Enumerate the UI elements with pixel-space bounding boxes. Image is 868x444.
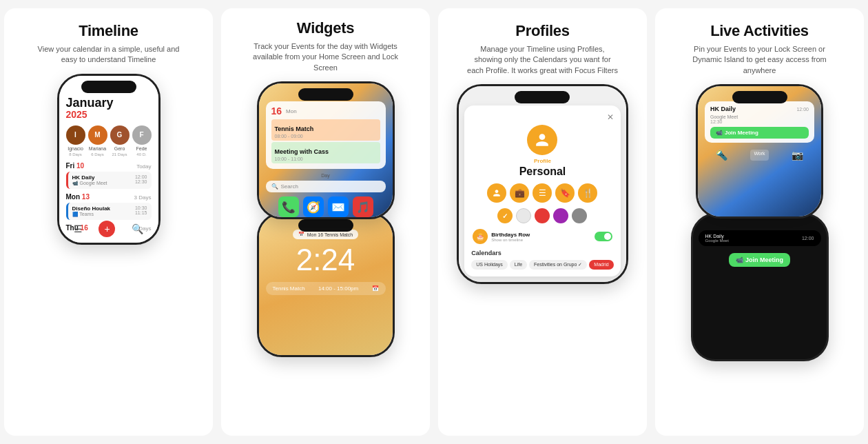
day-days-away: 3 Days [134, 194, 152, 201]
live-activities-panel: Live Activities Pin your Events to your … [655, 8, 864, 436]
event-time: 10:3011:15 [135, 205, 147, 215]
widget-label: Day [266, 173, 386, 178]
mail-app-icon[interactable]: ✉️ [328, 196, 349, 217]
event-time: 12:0012:30 [135, 174, 147, 184]
close-button[interactable]: ✕ [471, 112, 613, 122]
event-card: 12:0012:30 HK Daily 📹 Google Meet [66, 172, 152, 189]
phone-notch [298, 219, 353, 232]
timeline-phone: January 2025 I Ignacio 8 Days M Mariana … [57, 74, 161, 245]
avatar: I [66, 125, 85, 145]
birthday-text-block: Birthdays Row Show on timeline [491, 232, 530, 242]
calendar-tag-festivities[interactable]: Festivities on Grupo ✓ [529, 260, 587, 270]
birthday-left: 🎂 Birthdays Row Show on timeline [473, 229, 530, 244]
avatar-name: Fede [136, 146, 147, 151]
profiles-phone: ✕ Profile Personal 💼 ☰ 🔖 🍴 [457, 84, 628, 284]
calendar-tag-life[interactable]: Life [510, 260, 527, 270]
search-placeholder: Search [281, 183, 298, 190]
profile-fork-icon[interactable]: 🍴 [578, 183, 597, 203]
notif-time: 12:00 [796, 107, 809, 112]
live-activities-desc: Pin your Events to your Lock Screen or D… [684, 44, 836, 76]
event-title: Meeting with Cass [275, 148, 329, 155]
avatar-days: 40 D. [136, 152, 146, 157]
lock-time: 2:24 [296, 245, 355, 275]
day-today: Today [136, 163, 151, 170]
calendar-tag-madrid[interactable]: Madrid [589, 260, 613, 270]
add-button[interactable]: + [99, 221, 115, 237]
profile-person-icon[interactable] [487, 183, 506, 203]
event-title: Tennis Match [275, 125, 314, 132]
timeline-year: 2025 [66, 109, 152, 120]
lock-event-times: 14:00 - 15:00pm [318, 285, 358, 292]
profiles-desc: Manage your Timeline using Profiles, sho… [467, 44, 619, 76]
dark-screen: HK Daily Google Meet 12:00 📹 Join Meetin… [693, 215, 827, 359]
avatar-days: 6 Days [91, 152, 104, 157]
lock-event-bottom: Tennis Match 14:00 - 15:00pm 📅 [266, 282, 386, 295]
lock-event-text: Mon 16 Tennis Match [307, 232, 353, 237]
timeline-panel: Timeline View your calendar in a simple,… [4, 8, 213, 436]
profile-work-icon[interactable]: 💼 [510, 183, 529, 203]
live-light-phone: HK Daily 12:00 Google Meet 12:30 📹 Join … [696, 84, 823, 219]
app-icons-row: 📞 🧭 ✉️ 🎵 [266, 196, 386, 217]
video-icon: 📹 [716, 130, 723, 136]
calendar-tags: US Holidays Life Festivities on Grupo ✓ … [471, 260, 613, 270]
widget-event-2: Meeting with Cass 10:00 - 11:00 [271, 142, 380, 163]
di-time: 12:00 [802, 236, 814, 241]
widgets-desc: Track your Events for the day with Widge… [250, 41, 402, 73]
bottom-bar: ☰ + 🔍 [59, 221, 158, 237]
live-notification: HK Daily 12:00 Google Meet 12:30 📹 Join … [705, 101, 814, 143]
avatar-days: 21 Days [112, 152, 127, 157]
color-gray[interactable] [572, 208, 587, 223]
profile-name: Personal [471, 165, 613, 178]
event-card: 10:3011:15 Diseño Houlak 🟦 Teams [66, 203, 152, 220]
birthday-title: Birthdays Row [491, 232, 530, 238]
color-purple[interactable] [553, 208, 568, 223]
di-title: HK Daily Google Meet [705, 234, 729, 243]
color-red[interactable] [535, 208, 550, 223]
event-time: 08:00 - 09:00 [275, 134, 377, 139]
widget-card: 16 Mon Tennis Match 08:00 - 09:00 Meetin… [266, 101, 386, 169]
profiles-title: Profiles [515, 22, 569, 40]
calendar-icon: 📅 [298, 232, 304, 237]
widget-date-row: 16 Mon [271, 105, 380, 117]
avatar-item: G Gero 21 Days [110, 125, 130, 157]
dynamic-island: HK Daily Google Meet 12:00 [699, 230, 821, 246]
avatars-row: I Ignacio 8 Days M Mariana 6 Days G Gero… [66, 125, 152, 157]
timeline-month: January [66, 97, 152, 109]
join-button[interactable]: 📹 Join Meeting [710, 127, 809, 139]
avatar: G [110, 125, 130, 145]
avatar: M [88, 125, 107, 145]
color-dots-row [471, 208, 613, 223]
profile-bookmark-icon[interactable]: 🔖 [555, 183, 575, 203]
day-header: Mon 13 3 Days [66, 193, 152, 201]
home-screen: 16 Mon Tennis Match 08:00 - 09:00 Meetin… [259, 83, 393, 217]
search-bar[interactable]: 🔍 Search [266, 181, 386, 192]
dark-join-button[interactable]: 📹 Join Meeting [729, 253, 790, 267]
avatar: F [132, 125, 152, 145]
profile-modal: ✕ Profile Personal 💼 ☰ 🔖 🍴 [464, 105, 620, 276]
event-time: 10:00 - 11:00 [275, 157, 377, 161]
widget-date-day: Mon [286, 108, 297, 114]
music-app-icon[interactable]: 🎵 [353, 196, 373, 217]
calendar-tag-us-holidays[interactable]: US Holidays [471, 260, 508, 270]
avatar-item: M Mariana 6 Days [88, 125, 107, 157]
notif-title: HK Daily [710, 105, 736, 112]
safari-app-icon[interactable]: 🧭 [303, 196, 324, 217]
search-icon: 🔍 [271, 183, 278, 190]
birthday-toggle[interactable] [595, 232, 612, 241]
phone-app-icon[interactable]: 📞 [278, 196, 299, 217]
menu-icon: ☰ [74, 223, 83, 234]
timeline-screen: January 2025 I Ignacio 8 Days M Mariana … [59, 76, 158, 243]
live-activities-title: Live Activities [710, 22, 809, 40]
search-icon: 🔍 [132, 223, 143, 234]
phone-notch [515, 91, 570, 103]
lock-screen: 📅 Mon 16 Tennis Match 2:24 Tennis Match … [259, 214, 393, 355]
work-badge: Work [750, 150, 768, 161]
color-orange[interactable] [497, 208, 513, 223]
birthday-sub: Show on timeline [491, 238, 530, 242]
widget-home-phone: 16 Mon Tennis Match 08:00 - 09:00 Meetin… [257, 81, 395, 219]
profile-list-icon[interactable]: ☰ [533, 183, 552, 203]
calendar-icon-small: 📅 [372, 285, 379, 292]
dark-join-label: Join Meeting [745, 256, 783, 263]
birthday-icon: 🎂 [473, 229, 488, 244]
color-white[interactable] [516, 208, 531, 223]
